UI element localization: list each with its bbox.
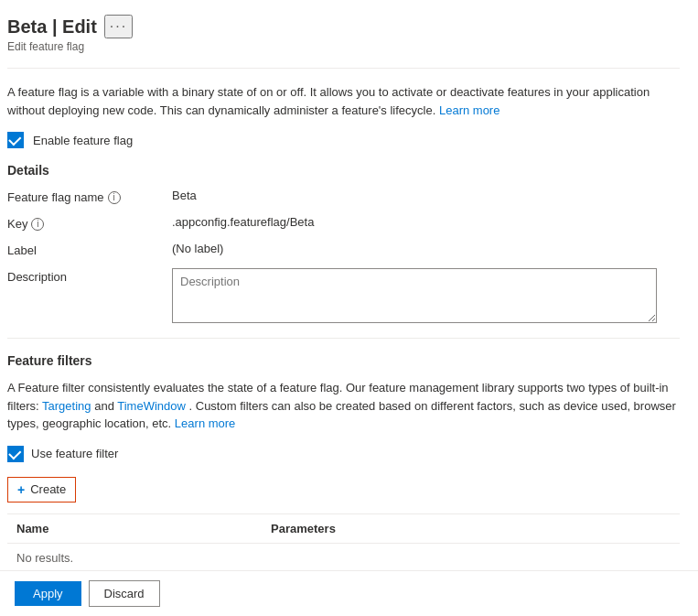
label-field-value: (No label): [172, 242, 680, 255]
feature-flag-info: A feature flag is a variable with a bina…: [7, 83, 680, 119]
discard-button[interactable]: Discard: [89, 580, 160, 607]
feature-flag-name-label: Feature flag name i: [7, 189, 172, 204]
key-info-icon[interactable]: i: [31, 218, 44, 231]
table-header-parameters: Parameters: [262, 513, 607, 543]
enable-feature-flag-checkbox[interactable]: [7, 132, 24, 148]
create-button[interactable]: + Create: [7, 477, 76, 503]
table-header-name: Name: [7, 513, 262, 543]
learn-more-link-2[interactable]: Learn more: [175, 416, 235, 430]
apply-button[interactable]: Apply: [15, 581, 81, 606]
feature-filters-table: Name Parameters No results.: [7, 513, 680, 573]
ellipsis-menu-button[interactable]: ···: [104, 15, 133, 38]
key-label: Key i: [7, 215, 172, 231]
page-subtitle: Edit feature flag: [7, 40, 680, 53]
key-value: .appconfig.featureflag/Beta: [172, 215, 680, 229]
label-field-label: Label: [7, 242, 172, 257]
feature-flag-name-info-icon[interactable]: i: [108, 191, 121, 204]
learn-more-link-1[interactable]: Learn more: [439, 103, 499, 117]
table-row-no-results: No results.: [7, 543, 680, 572]
description-input[interactable]: [172, 268, 657, 323]
create-button-label: Create: [30, 482, 66, 496]
timewindow-highlight: TimeWindow: [117, 399, 186, 413]
table-header-actions: [607, 513, 681, 543]
feature-filters-title: Feature filters: [7, 353, 680, 368]
divider-1: [7, 68, 680, 69]
feature-filters-description: A Feature filter consistently evaluates …: [7, 379, 680, 433]
divider-2: [7, 338, 680, 339]
enable-feature-flag-label: Enable feature flag: [33, 134, 133, 147]
use-feature-filter-checkbox[interactable]: [7, 446, 24, 462]
no-results-text: No results.: [7, 543, 680, 572]
plus-icon: +: [17, 482, 25, 497]
targeting-highlight: Targeting: [42, 399, 91, 413]
description-label: Description: [7, 268, 172, 284]
details-section-title: Details: [7, 163, 680, 178]
use-feature-filter-label: Use feature filter: [31, 447, 118, 460]
feature-flag-name-value: Beta: [172, 189, 680, 202]
footer: Apply Discard: [0, 570, 698, 616]
page-title: Beta | Edit: [7, 16, 97, 38]
